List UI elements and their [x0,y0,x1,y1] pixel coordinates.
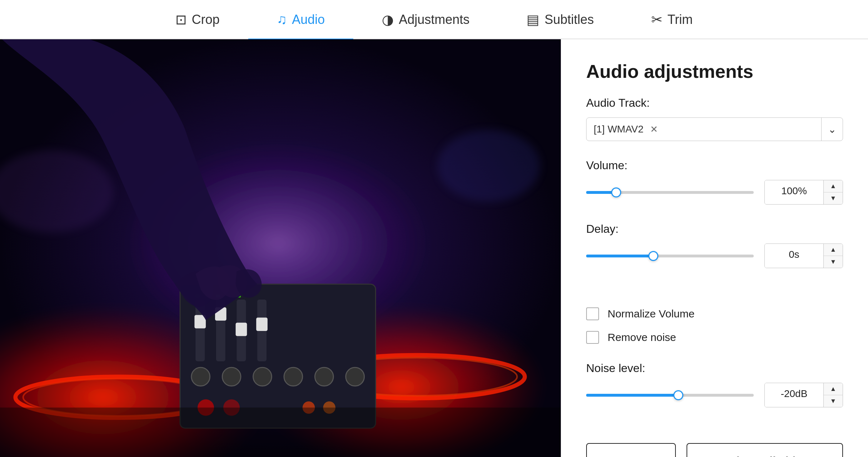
volume-slider-fill [586,191,616,194]
trim-icon: ✂ [651,12,663,27]
tab-adjustments[interactable]: ◑ Adjustments [353,0,498,40]
track-remove-button[interactable]: ✕ [650,124,658,135]
volume-up-button[interactable]: ▲ [824,180,843,192]
svg-point-25 [346,367,364,386]
dj-image [0,39,561,457]
noise-down-button[interactable]: ▼ [824,395,843,407]
svg-point-31 [437,130,540,202]
delay-slider-row: 0s ▲ ▼ [586,243,843,268]
main-content: Audio adjustments Audio Track: [1] WMAV2… [0,39,868,457]
subtitles-icon: ▤ [527,12,539,27]
svg-point-21 [222,367,241,386]
noise-slider-thumb[interactable] [673,390,683,400]
tab-subtitles-label: Subtitles [544,12,594,27]
video-preview [0,39,561,457]
svg-rect-14 [236,323,247,336]
bottom-buttons: Reset Apply to all videos [586,425,843,457]
crop-icon: ⊡ [175,12,187,27]
delay-slider-thumb[interactable] [648,251,658,261]
audio-track-label: Audio Track: [586,96,843,110]
apply-all-button[interactable]: Apply to all videos [687,443,843,457]
noise-up-button[interactable]: ▲ [824,383,843,395]
volume-value-spinner: 100% ▲ ▼ [764,180,843,205]
svg-point-22 [253,367,272,386]
normalize-checkbox[interactable] [586,307,599,320]
delay-value: 0s [765,244,823,268]
volume-slider-row: 100% ▲ ▼ [586,180,843,205]
audio-icon: ♫ [277,12,287,27]
volume-value: 100% [765,180,823,204]
tab-trim-label: Trim [668,12,693,27]
noise-value-spinner: -20dB ▲ ▼ [764,383,843,407]
tab-crop-label: Crop [192,12,220,27]
noise-slider-track[interactable] [586,394,754,397]
remove-noise-checkbox[interactable] [586,331,599,344]
tab-crop[interactable]: ⊡ Crop [147,0,248,40]
delay-label: Delay: [586,222,843,236]
svg-point-23 [284,367,303,386]
track-value: [1] WMAV2 [594,124,644,135]
tab-audio[interactable]: ♫ Audio [248,0,354,40]
track-dropdown-arrow[interactable]: ⌄ [821,118,843,141]
remove-noise-label: Remove noise [608,331,676,343]
adjustments-icon: ◑ [382,12,394,27]
tab-subtitles[interactable]: ▤ Subtitles [498,0,622,40]
svg-rect-16 [256,317,268,331]
reset-button[interactable]: Reset [586,443,676,457]
delay-up-button[interactable]: ▲ [824,244,843,256]
tab-audio-label: Audio [292,12,325,27]
noise-level-label: Noise level: [586,362,843,375]
svg-point-24 [315,367,334,386]
svg-rect-32 [0,408,561,457]
tab-trim[interactable]: ✂ Trim [623,0,722,40]
noise-slider-row: -20dB ▲ ▼ [586,383,843,407]
volume-down-button[interactable]: ▼ [824,192,843,204]
delay-slider-track[interactable] [586,255,754,257]
audio-track-select[interactable]: [1] WMAV2 ✕ ⌄ [586,117,843,141]
delay-value-spinner: 0s ▲ ▼ [764,243,843,268]
delay-down-button[interactable]: ▼ [824,256,843,268]
volume-slider-track[interactable] [586,191,754,194]
svg-point-20 [191,367,210,386]
tab-adjustments-label: Adjustments [399,12,469,27]
right-panel: Audio adjustments Audio Track: [1] WMAV2… [561,39,868,457]
panel-title: Audio adjustments [586,61,843,82]
delay-spinner-col: ▲ ▼ [823,244,843,268]
track-tag: [1] WMAV2 ✕ [594,124,835,135]
volume-slider-thumb[interactable] [611,187,621,197]
noise-value: -20dB [765,383,823,407]
volume-label: Volume: [586,159,843,172]
noise-slider-fill [586,394,678,397]
video-preview-area [0,39,561,457]
normalize-label: Normalize Volume [608,308,694,320]
remove-noise-row[interactable]: Remove noise [586,331,843,344]
tab-bar: ⊡ Crop ♫ Audio ◑ Adjustments ▤ Subtitles… [0,0,868,39]
noise-spinner-col: ▲ ▼ [823,383,843,407]
delay-slider-fill [586,255,653,257]
volume-spinner-col: ▲ ▼ [823,180,843,204]
normalize-row[interactable]: Normalize Volume [586,307,843,320]
